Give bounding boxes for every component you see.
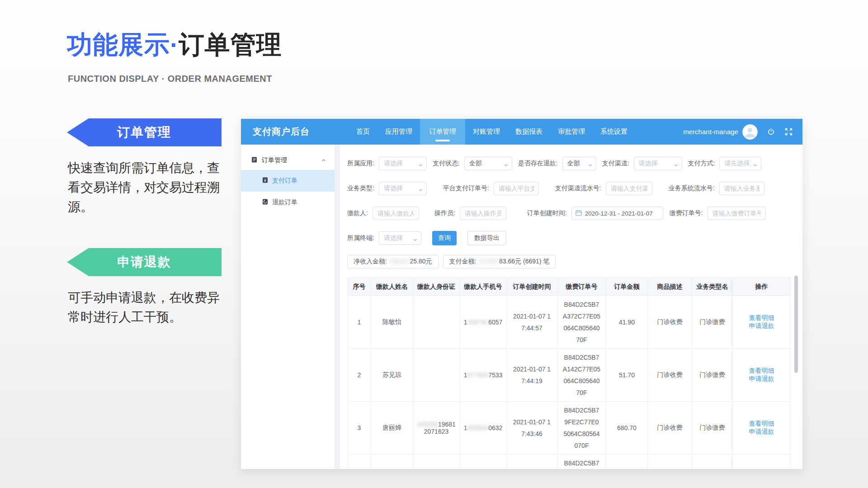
cell-phone: 15509360632: [460, 402, 507, 455]
page-title: 功能展示·订单管理: [67, 28, 282, 62]
cell-amount: 41.90: [606, 296, 648, 349]
payer-name-input[interactable]: [373, 206, 419, 220]
refund-order-icon: [262, 198, 269, 206]
cell-actions: 查看明细申请退款: [733, 455, 791, 469]
cell-biz-type: 门诊缴费: [692, 296, 733, 349]
apply-refund-link[interactable]: 申请退款: [749, 322, 774, 329]
nav-item-reconciliation[interactable]: 对账管理: [465, 119, 508, 145]
content-scrollbar[interactable]: [794, 276, 798, 373]
username[interactable]: merchant-manage: [683, 128, 738, 136]
masked-value: 167893: [478, 258, 499, 265]
cell-id-card: 4458117902023721: [413, 455, 460, 469]
date-range-picker[interactable]: 2020-12-31 - 2021-01-07: [571, 206, 663, 220]
col-header: 订单创建时间: [507, 278, 557, 296]
cell-order-no: B84D2C5B79FE2C77E05064C80564070F: [557, 402, 606, 455]
search-button[interactable]: 查询: [432, 231, 457, 245]
nav-item-order-management[interactable]: 订单管理: [420, 119, 465, 145]
chevron-down-icon: [674, 162, 679, 169]
cell-goods-desc: 门诊收费: [648, 296, 692, 349]
platform-order-no-input[interactable]: [494, 182, 539, 195]
cell-created-time: 2021-01-07 17:44:19: [507, 349, 557, 402]
panel-divider: [335, 145, 340, 469]
filter-label-platform-order-no: 平台支付订单号:: [443, 184, 489, 192]
filter-label-biztype: 业务类型:: [347, 184, 374, 192]
filter-row-1: 所属应用: 请选择 支付状态: 全部 是否存在退款: 全部 支付渠道: 请选择: [347, 157, 793, 170]
cell-amount: 51.70: [606, 349, 648, 402]
select-value: 请先选择支付渠道: [724, 160, 751, 168]
filter-label-payer: 缴款人:: [347, 209, 368, 217]
cell-id-card: [413, 296, 460, 349]
masked-value: 158431: [389, 258, 410, 265]
filter-label-operator: 操作员:: [434, 209, 455, 217]
select-value: 全部: [567, 160, 580, 168]
table-row: 2 苏见琼 18778567533 2021-01-07 17:44:19 B8…: [348, 349, 791, 402]
avatar[interactable]: [742, 124, 758, 140]
col-header-actions: 操作: [733, 278, 791, 296]
net-income-stat: 净收入金额: 15843125.80元: [347, 255, 439, 268]
sidebar-group-order-management[interactable]: 订单管理: [241, 151, 335, 170]
select-app[interactable]: 请选择: [379, 157, 427, 170]
cell-phone: 13620423069: [460, 455, 507, 469]
filter-row-2: 业务类型: 请选择 平台支付订单号: 支付渠道流水号: 业务系统流水号:: [347, 182, 793, 195]
app-header: 支付商户后台 首页 应用管理 订单管理 对账管理 数据报表 审批管理 系统设置 …: [241, 119, 802, 145]
col-header: 缴款人姓名: [371, 278, 413, 296]
chevron-up-icon[interactable]: [321, 158, 326, 163]
chevron-down-icon: [418, 187, 423, 194]
col-header: 缴费订单号: [557, 278, 606, 296]
view-detail-link[interactable]: 查看明细: [749, 420, 774, 427]
cell-no: 3: [348, 402, 371, 455]
sidebar-item-label: 退款订单: [272, 198, 297, 206]
filter-row-3: 缴款人: 操作员: 订单创建时间: 2020-12-31 - 2021-01-0…: [347, 206, 793, 220]
export-button[interactable]: 数据导出: [467, 231, 506, 245]
cell-id-card: [413, 349, 460, 402]
sidebar-item-payment-orders[interactable]: 支付订单: [241, 170, 335, 192]
system-serial-no-input[interactable]: [719, 182, 764, 195]
view-detail-link[interactable]: 查看明细: [749, 367, 774, 374]
filter-label-fee-order-no: 缴费订单号:: [670, 209, 703, 217]
col-header: 缴款人手机号: [460, 278, 507, 296]
select-pay-channel[interactable]: 请选择: [634, 157, 682, 170]
select-terminal[interactable]: 请选择: [379, 231, 421, 245]
cell-amount: 124.00: [606, 455, 648, 469]
col-header: 商品描述: [648, 278, 692, 296]
cell-order-no: B84D2C5B7A372C77E05064C80564070F: [557, 296, 606, 349]
logout-power-icon[interactable]: [767, 128, 775, 136]
stat-label: 净收入金额:: [354, 258, 387, 265]
cell-actions: 查看明细申请退款: [733, 349, 791, 402]
col-header: 业务类型名: [692, 278, 733, 296]
select-biz-type[interactable]: 请选择: [379, 182, 427, 195]
date-range-value: 2020-12-31 - 2021-01-07: [585, 210, 653, 217]
feature-desc-order-management: 快速查询所需订单信息，查看交易详情，对交易过程溯源。: [68, 158, 227, 216]
nav-item-system-settings[interactable]: 系统设置: [593, 119, 635, 145]
cell-created-time: 2021-01-07 17:42:49: [507, 455, 557, 469]
select-pay-method[interactable]: 请先选择支付渠道: [719, 157, 761, 170]
cell-order-no: B84D2C5B79CA2C77E05064C80564070F: [557, 455, 606, 469]
filter-label-system-serial-no: 业务系统流水号:: [669, 184, 715, 192]
fullscreen-icon[interactable]: [784, 127, 793, 136]
channel-serial-no-input[interactable]: [606, 182, 652, 195]
app-body: 订单管理 支付订单 退款订单 所属: [241, 145, 802, 469]
cell-actions: 查看明细申请退款: [733, 402, 791, 455]
view-detail-link[interactable]: 查看明细: [749, 314, 774, 321]
nav-item-app-management[interactable]: 应用管理: [377, 119, 420, 145]
operator-name-input[interactable]: [460, 206, 506, 220]
select-refund-exists[interactable]: 全部: [562, 157, 596, 170]
cell-actions: 查看明细申请退款: [733, 296, 791, 349]
order-list-icon: [251, 156, 258, 164]
nav-item-home[interactable]: 首页: [349, 119, 377, 145]
cell-created-time: 2021-01-07 17:44:57: [507, 296, 557, 349]
apply-refund-link[interactable]: 申请退款: [749, 428, 774, 435]
sidebar-group-label: 订单管理: [262, 156, 287, 164]
sidebar-item-refund-orders[interactable]: 退款订单: [241, 192, 335, 213]
nav-item-data-report[interactable]: 数据报表: [508, 119, 550, 145]
nav-item-approval[interactable]: 审批管理: [550, 119, 593, 145]
select-value: 请选择: [639, 160, 658, 168]
feature-ribbon-label: 订单管理: [117, 124, 171, 141]
page-title-rest: 订单管理: [179, 30, 282, 59]
payment-order-icon: [262, 177, 269, 185]
fee-order-no-input[interactable]: [708, 206, 766, 220]
filter-label-app: 所属应用:: [347, 160, 374, 168]
apply-refund-link[interactable]: 申请退款: [749, 375, 774, 382]
select-pay-status[interactable]: 全部: [464, 157, 512, 170]
sidebar: 订单管理 支付订单 退款订单: [241, 145, 335, 469]
